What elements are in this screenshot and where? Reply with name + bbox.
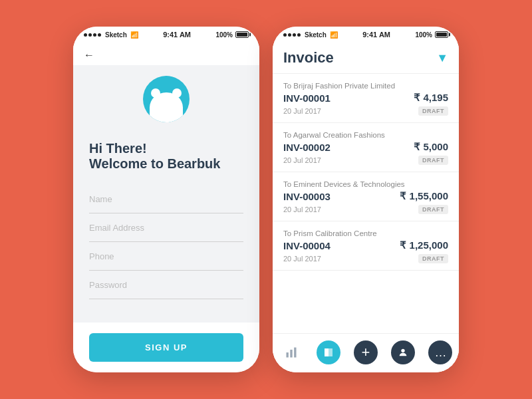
invoice-footer-1: 20 Jul 2017 DRAFT xyxy=(283,106,448,116)
invoice-date-4: 20 Jul 2017 xyxy=(283,255,321,263)
invoice-footer-3: 20 Jul 2017 DRAFT xyxy=(283,205,448,214)
draft-badge-4: DRAFT xyxy=(418,254,448,263)
invoice-list: To Brijraj Fashion Private Limited INV-0… xyxy=(273,74,459,333)
invoice-item-1[interactable]: To Brijraj Fashion Private Limited INV-0… xyxy=(273,74,459,123)
network-label-inv: Sketch xyxy=(305,31,327,39)
invoice-number-3: INV-00003 xyxy=(283,191,331,202)
draft-badge-3: DRAFT xyxy=(418,205,448,214)
back-button[interactable]: ← xyxy=(84,49,94,61)
email-field-wrapper xyxy=(89,213,243,242)
svg-rect-1 xyxy=(290,350,292,358)
invoice-date-1: 20 Jul 2017 xyxy=(283,107,321,115)
nav-book-icon[interactable] xyxy=(317,340,340,364)
phone-input[interactable] xyxy=(89,251,243,261)
invoice-number-1: INV-00001 xyxy=(283,92,331,104)
welcome-section: Hi There! Welcome to Bearbuk xyxy=(73,130,259,178)
hi-text: Hi There! xyxy=(89,141,243,156)
invoice-date-2: 20 Jul 2017 xyxy=(283,156,321,164)
invoice-title: Invoice xyxy=(283,49,334,66)
phone-field-wrapper xyxy=(89,242,243,271)
nav-chart-icon[interactable] xyxy=(279,340,303,364)
time-display-inv: 9:41 AM xyxy=(362,31,390,39)
battery-icon-inv xyxy=(435,31,448,38)
invoice-to-2: To Agarwal Creation Fashions xyxy=(283,131,448,139)
signal-dots-inv: Sketch 📶 xyxy=(283,31,338,39)
invoice-to-3: To Eminent Devices & Technologies xyxy=(283,180,448,188)
invoice-phone: Sketch 📶 9:41 AM 100% Invoice ▼ To Brijr… xyxy=(273,27,459,372)
bear-ear-left xyxy=(151,88,160,98)
name-field-wrapper xyxy=(89,185,243,213)
invoice-row-4: INV-00004 ₹ 1,25,000 xyxy=(283,239,448,251)
signup-phone: Sketch 📶 9:41 AM 100% ← Hi There! Wel xyxy=(73,27,259,372)
invoice-amount-1: ₹ 4,195 xyxy=(414,92,448,104)
name-input[interactable] xyxy=(89,194,243,204)
invoice-footer-2: 20 Jul 2017 DRAFT xyxy=(283,156,448,165)
draft-badge-1: DRAFT xyxy=(418,106,448,116)
invoice-header: Invoice ▼ xyxy=(273,43,459,74)
avatar xyxy=(143,76,190,122)
signal-dots: Sketch 📶 xyxy=(84,31,138,39)
signup-header: ← xyxy=(73,43,259,65)
svg-rect-0 xyxy=(287,352,289,358)
invoice-to-4: To Prism Calibration Centre xyxy=(283,229,448,237)
svg-rect-2 xyxy=(294,348,296,358)
invoice-to-1: To Brijraj Fashion Private Limited xyxy=(283,82,448,90)
battery-label-inv: 100% xyxy=(415,31,432,39)
battery-label: 100% xyxy=(215,31,233,39)
invoice-row-3: INV-00003 ₹ 1,55,000 xyxy=(283,190,448,202)
nav-more-icon[interactable]: … xyxy=(428,340,452,364)
signup-screen: ← Hi There! Welcome to Bearbuk xyxy=(73,43,259,372)
invoice-row-2: INV-00002 ₹ 5,000 xyxy=(283,141,448,153)
email-input[interactable] xyxy=(89,223,243,233)
bear-ear-right xyxy=(172,88,182,98)
invoice-amount-4: ₹ 1,25,000 xyxy=(400,239,448,251)
avatar-section xyxy=(73,65,259,130)
wifi-icon: 📶 xyxy=(130,31,138,39)
invoice-number-4: INV-00004 xyxy=(283,240,331,251)
invoice-number-2: INV-00002 xyxy=(283,142,331,153)
password-input[interactable] xyxy=(89,280,243,290)
time-display: 9:41 AM xyxy=(163,31,191,39)
invoice-amount-2: ₹ 5,000 xyxy=(414,141,448,153)
filter-icon[interactable]: ▼ xyxy=(436,51,448,65)
welcome-text: Welcome to Bearbuk xyxy=(89,156,243,172)
status-bar-signup: Sketch 📶 9:41 AM 100% xyxy=(73,27,259,43)
password-field-wrapper xyxy=(89,271,243,299)
invoice-item-3[interactable]: To Eminent Devices & Technologies INV-00… xyxy=(273,172,459,221)
network-label: Sketch xyxy=(105,31,127,39)
invoice-row-1: INV-00001 ₹ 4,195 xyxy=(283,92,448,104)
invoice-screen: Invoice ▼ To Brijraj Fashion Private Lim… xyxy=(273,43,459,372)
invoice-item-4[interactable]: To Prism Calibration Centre INV-00004 ₹ … xyxy=(273,221,459,271)
bear-body xyxy=(150,92,183,122)
invoice-date-3: 20 Jul 2017 xyxy=(283,205,321,213)
svg-point-3 xyxy=(401,349,404,352)
bottom-nav: + … xyxy=(273,333,459,372)
wifi-icon-inv: 📶 xyxy=(330,31,338,39)
status-bar-invoice: Sketch 📶 9:41 AM 100% xyxy=(273,27,459,43)
signup-form xyxy=(73,178,259,323)
invoice-item-2[interactable]: To Agarwal Creation Fashions INV-00002 ₹… xyxy=(273,123,459,172)
battery-section: 100% xyxy=(215,31,249,39)
draft-badge-2: DRAFT xyxy=(418,156,448,165)
nav-user-icon[interactable] xyxy=(391,340,415,364)
invoice-footer-4: 20 Jul 2017 DRAFT xyxy=(283,254,448,263)
invoice-amount-3: ₹ 1,55,000 xyxy=(400,190,448,202)
nav-add-icon[interactable]: + xyxy=(354,340,378,364)
signup-button[interactable]: SIGN UP xyxy=(89,333,243,362)
battery-section-inv: 100% xyxy=(415,31,448,39)
battery-icon xyxy=(235,31,249,38)
